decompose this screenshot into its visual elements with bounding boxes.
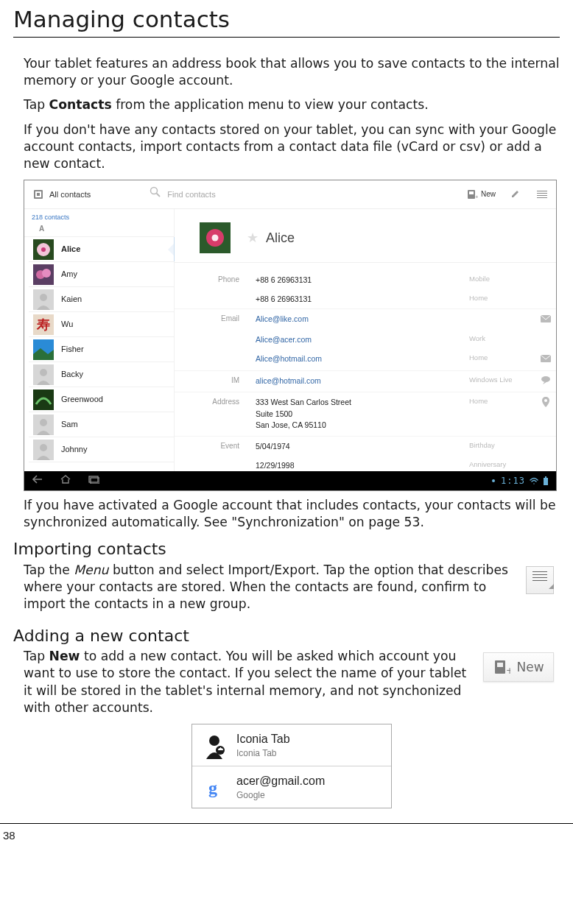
contact-list-name: Backy [61,369,83,380]
account-icon: g [200,772,229,802]
intro-paragraph-1: Your tablet features an address book tha… [24,55,560,89]
contact-list-item[interactable]: Johnny [29,437,174,462]
contact-name: Alice [266,229,295,247]
account-option[interactable]: Iconia Tab Iconia Tab [192,724,391,766]
contact-list-name: Kaien [61,294,82,305]
menu-icon[interactable] [537,191,547,198]
contact-list-item[interactable]: 寿 Wu [29,312,174,337]
detail-action-icon[interactable] [535,397,556,431]
detail-value: +88 6 26963131 [256,275,469,285]
detail-field-label [175,294,256,304]
contact-detail-row[interactable]: Alice@acer.com Work [175,330,556,349]
adding-paragraph: Tap New to add a new contact. You will b… [24,648,560,716]
detail-value: Alice@acer.com [256,334,469,345]
detail-type: Home [469,353,535,365]
list-section-letter: A [24,224,174,238]
svg-text:g: g [208,778,217,797]
contact-thumbnail [33,339,54,360]
contacts-source-label[interactable]: All contacts [49,189,91,200]
svg-point-13 [42,269,51,278]
account-option[interactable]: g acer@gmail.com Google [192,766,391,808]
svg-point-10 [41,247,46,252]
detail-action-icon [535,275,556,285]
account-icon [200,730,229,760]
contact-detail-row[interactable]: Address 333 West San Carlos StreetSuite … [175,392,556,436]
detail-field-label: Email [175,314,256,325]
detail-action-icon[interactable] [535,353,556,365]
account-name: Iconia Tab [236,731,290,747]
detail-action-icon [535,460,556,470]
detail-action-icon [535,334,556,345]
contact-thumbnail [33,415,54,435]
svg-point-15 [40,294,47,301]
contacts-app-name: Contacts [49,97,112,112]
detail-action-icon [535,441,556,451]
contact-detail-row[interactable]: Email Alice@like.com [175,308,556,330]
detail-value: 12/29/1998 [256,460,469,470]
contact-list-item[interactable]: Sam [29,412,174,437]
svg-point-32 [541,376,550,382]
new-button[interactable]: + New [483,652,554,682]
contact-list-name: Greenwood [61,394,103,405]
detail-type: Windows Live [469,375,535,387]
detail-field-label: IM [175,375,256,387]
detail-value: alice@hotmail.com [256,375,469,387]
recent-apps-icon[interactable] [88,474,99,487]
account-type: Google [236,789,325,801]
contact-detail-row[interactable]: IM alice@hotmail.com Windows Live [175,370,556,392]
contact-detail-row[interactable]: 12/29/1998 Anniversary [175,456,556,475]
contact-list-item[interactable]: Greenwood [29,387,174,412]
status-icon [491,477,496,484]
contact-thumbnail [33,440,54,460]
detail-action-icon[interactable] [535,375,556,387]
new-contact-icon[interactable]: + [466,189,478,200]
contact-list-item[interactable]: Amy [29,262,174,287]
contact-list-item[interactable]: Fisher [29,337,174,362]
detail-type: Birthday [469,441,535,451]
contact-list-name: Johnny [61,444,87,455]
svg-rect-2 [37,193,40,196]
favorite-star-icon[interactable]: ★ [247,229,259,247]
contacts-source-icon[interactable] [33,189,45,200]
battery-icon [543,476,549,485]
svg-line-4 [157,194,161,197]
search-input[interactable]: Find contacts [167,189,215,200]
svg-point-33 [544,399,547,402]
svg-rect-37 [544,478,548,485]
detail-type: Work [469,334,535,345]
new-contact-icon: + [493,659,510,675]
contact-detail-row[interactable]: +88 6 26963131 Home [175,289,556,308]
detail-action-icon[interactable] [535,314,556,325]
contact-detail-row[interactable]: Event 5/04/1974 Birthday [175,436,556,456]
edit-icon[interactable] [510,188,521,202]
contact-count: 218 contacts [24,209,174,224]
menu-icon[interactable] [526,566,554,594]
contact-photo[interactable] [200,222,231,253]
svg-point-3 [151,188,158,194]
home-icon[interactable] [60,474,71,487]
back-icon[interactable] [32,474,43,487]
svg-text:+: + [475,194,478,200]
contact-list-name: Sam [61,419,78,430]
account-type: Iconia Tab [236,747,290,759]
detail-field-label [175,334,256,345]
contact-thumbnail: 寿 [33,314,54,335]
contact-thumbnail [33,289,54,310]
contact-detail-row[interactable]: Alice@hotmail.com Home [175,349,556,370]
svg-point-36 [492,479,495,482]
contact-thumbnail [33,239,54,260]
svg-rect-6 [469,191,474,194]
adding-heading: Adding a new contact [13,625,560,647]
contact-list-item[interactable]: Backy [29,362,174,387]
contact-detail-row[interactable]: Phone +88 6 26963131 Mobile [175,270,556,289]
contact-list-item[interactable]: Alice [29,237,174,262]
svg-point-29 [212,234,219,241]
contact-list-item[interactable]: Kaien [29,287,174,312]
search-icon[interactable] [150,186,161,202]
detail-value: 333 West San Carlos StreetSuite 1500San … [256,397,469,431]
detail-value: +88 6 26963131 [256,294,469,304]
new-contact-label[interactable]: New [481,189,496,200]
sync-note: If you have activated a Google account t… [24,497,560,531]
importing-heading: Importing contacts [13,538,560,560]
new-button-label: New [516,659,544,676]
